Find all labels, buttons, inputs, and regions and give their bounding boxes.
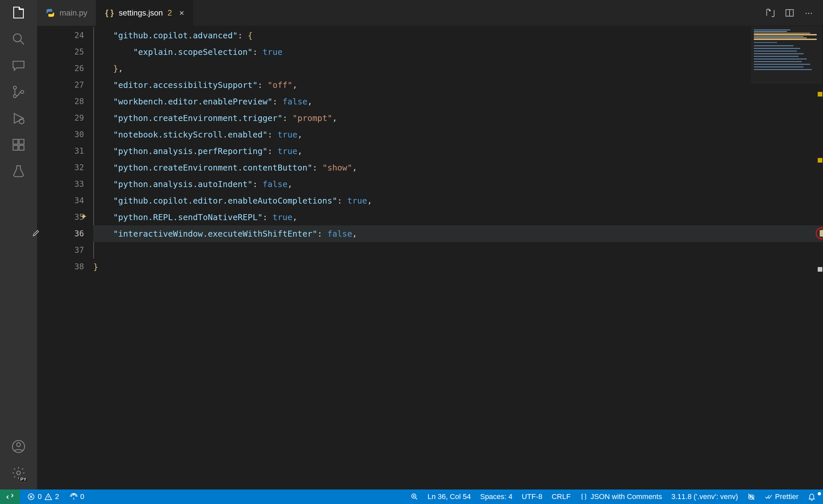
encoding-status[interactable]: UTF-8 xyxy=(517,492,547,501)
copilot-status[interactable] xyxy=(743,493,760,501)
zoom-status[interactable] xyxy=(406,493,423,501)
code-line[interactable]: "python.createEnvironment.contentButton"… xyxy=(93,159,823,176)
line-number: 33 xyxy=(43,176,93,192)
code-line[interactable]: "python.createEnvironment.trigger": "pro… xyxy=(93,110,823,126)
code-line[interactable]: "python.analysis.perfReporting": true, xyxy=(93,143,823,159)
line-number: 36 xyxy=(43,225,93,242)
remote-indicator[interactable] xyxy=(0,489,20,504)
json-file-icon: { } xyxy=(105,8,114,17)
code-line[interactable]: "explain.scopeSelection": true xyxy=(93,44,823,60)
tab-settings-json[interactable]: { } settings.json 2 × xyxy=(96,0,193,26)
code-line[interactable]: "python.analysis.autoIndent": false, xyxy=(93,176,823,192)
editor-actions: ··· xyxy=(766,0,823,26)
error-count: 0 xyxy=(38,492,42,501)
notification-dot xyxy=(818,492,821,495)
code-line[interactable]: "workbench.editor.enablePreview": false, xyxy=(93,93,823,110)
editor-body[interactable]: 242526272829303132333435363738 "github.c… xyxy=(37,26,823,489)
code-line[interactable]: "editor.accessibilitySupport": "off", xyxy=(93,77,823,93)
svg-rect-5 xyxy=(13,140,18,145)
zoom-icon xyxy=(410,493,419,501)
notifications-button[interactable] xyxy=(803,493,820,501)
testing-icon[interactable] xyxy=(11,164,26,179)
tab-bar: main.py { } settings.json 2 × ··· xyxy=(37,0,823,26)
settings-gear-icon[interactable]: PY xyxy=(11,466,26,480)
svg-point-11 xyxy=(17,471,20,475)
code-line[interactable]: "notebook.stickyScroll.enabled": true, xyxy=(93,126,823,143)
tab-main-py[interactable]: main.py xyxy=(37,0,96,26)
bell-icon xyxy=(808,493,816,501)
line-number: 37 xyxy=(43,242,93,258)
code-line[interactable] xyxy=(93,242,823,258)
svg-point-0 xyxy=(13,34,21,42)
modified-line-icon xyxy=(32,229,40,239)
activity-bar: PY xyxy=(0,0,37,489)
svg-rect-8 xyxy=(19,140,24,145)
python-file-icon xyxy=(46,8,55,17)
line-number: 27 xyxy=(43,77,93,93)
tab-label: settings.json xyxy=(119,8,163,17)
search-icon[interactable] xyxy=(11,32,26,46)
eol-status[interactable]: CRLF xyxy=(547,492,575,501)
line-number: 32 xyxy=(43,159,93,176)
cursor-position[interactable]: Ln 36, Col 54 xyxy=(423,492,476,501)
line-number: 24 xyxy=(43,27,93,44)
code-line[interactable]: "interactiveWindow.executeWithShiftEnter… xyxy=(93,225,823,242)
svg-point-1 xyxy=(13,86,16,89)
line-number: 34 xyxy=(43,192,93,209)
code-area[interactable]: "github.copilot.advanced": { "explain.sc… xyxy=(93,26,823,489)
line-number: 29 xyxy=(43,110,93,126)
warning-count: 2 xyxy=(55,492,59,501)
line-number: 30 xyxy=(43,126,93,143)
problems-status[interactable]: 0 2 xyxy=(22,489,64,504)
code-line[interactable]: } xyxy=(93,258,823,275)
close-icon[interactable]: × xyxy=(179,9,184,17)
split-editor-icon[interactable] xyxy=(785,8,795,18)
overview-ruler[interactable] xyxy=(816,26,823,489)
copilot-icon xyxy=(747,493,755,501)
code-line[interactable]: }, xyxy=(93,60,823,77)
line-number: 26 xyxy=(43,60,93,77)
language-mode[interactable]: JSON with Comments xyxy=(575,492,667,501)
ports-count: 0 xyxy=(80,492,85,501)
svg-rect-7 xyxy=(19,146,24,151)
workbench: PY main.py { } settings.json 2 × xyxy=(0,0,823,489)
svg-point-16 xyxy=(750,497,751,498)
svg-rect-6 xyxy=(13,146,18,151)
line-number: 38 xyxy=(43,258,93,275)
code-line[interactable]: "python.REPL.sendToNativeREPL": true, xyxy=(93,209,823,225)
line-numbers: 242526272829303132333435363738 xyxy=(43,26,93,489)
code-line[interactable]: "github.copilot.editor.enableAutoComplet… xyxy=(93,192,823,209)
line-number: 25 xyxy=(43,44,93,60)
explorer-icon[interactable] xyxy=(11,5,26,20)
tab-label: main.py xyxy=(59,8,87,17)
python-env-badge: PY xyxy=(19,476,28,482)
status-bar: 0 2 0 Ln 36, Col 54 Spaces: 4 UTF-8 CRLF… xyxy=(0,489,823,504)
line-number: 31 xyxy=(43,143,93,159)
svg-point-3 xyxy=(20,90,23,93)
extensions-icon[interactable] xyxy=(11,138,26,152)
indentation-status[interactable]: Spaces: 4 xyxy=(475,492,517,501)
warning-icon xyxy=(44,493,52,501)
code-line[interactable]: "github.copilot.advanced": { xyxy=(93,27,823,44)
compare-changes-icon[interactable] xyxy=(766,8,775,18)
editor-area: main.py { } settings.json 2 × ··· xyxy=(37,0,823,489)
accounts-icon[interactable] xyxy=(11,439,26,454)
python-interpreter[interactable]: 3.11.8 ('.venv': venv) xyxy=(667,492,743,501)
tab-dirty-badge: 2 xyxy=(167,8,172,17)
sparkle-icon: ✦ xyxy=(80,212,87,222)
more-actions-icon[interactable]: ··· xyxy=(804,8,814,18)
ports-status[interactable]: 0 xyxy=(65,489,89,504)
run-debug-icon[interactable] xyxy=(11,111,26,125)
line-number: 28 xyxy=(43,93,93,110)
gutter: 242526272829303132333435363738 xyxy=(37,26,93,489)
prettier-status[interactable]: Prettier xyxy=(760,492,803,501)
svg-point-10 xyxy=(17,443,20,447)
ports-icon xyxy=(70,493,78,501)
checkmarks-icon xyxy=(765,493,772,501)
minimap[interactable] xyxy=(752,27,822,83)
error-icon xyxy=(27,493,35,501)
chat-icon[interactable] xyxy=(11,58,26,73)
language-icon xyxy=(580,493,588,501)
svg-point-2 xyxy=(13,94,16,97)
source-control-icon[interactable] xyxy=(11,84,26,99)
